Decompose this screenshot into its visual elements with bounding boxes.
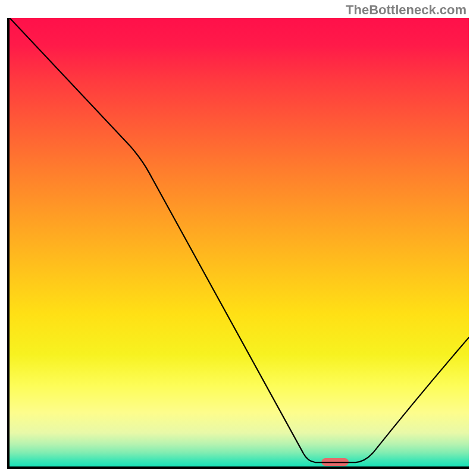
watermark-text: TheBottleneck.com: [346, 2, 466, 18]
chart-container: TheBottleneck.com: [0, 0, 476, 476]
bottleneck-curve: [10, 18, 469, 462]
plot-area: [7, 18, 469, 469]
curve-layer: [10, 18, 469, 466]
